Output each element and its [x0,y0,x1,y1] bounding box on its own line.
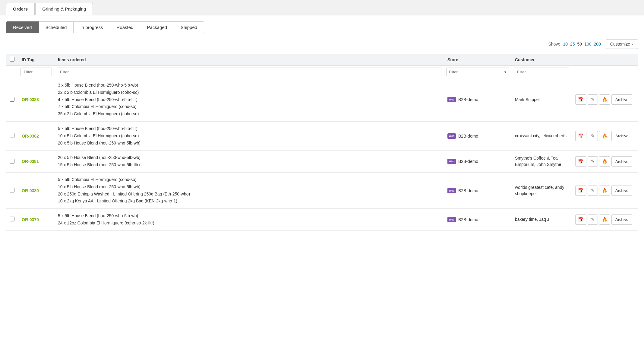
row-checkbox[interactable] [10,133,14,138]
toolbar: Show: 102550100200 Customize ▾ [6,39,638,49]
edit-icon: ✎ [591,159,595,164]
top-tabs-bar: OrdersGrinding & Packaging [0,0,644,15]
filter-tab-in-progress[interactable]: In progress [74,21,110,33]
row-store: WooB2B-demo [444,121,511,150]
order-id-link[interactable]: OR-0381 [22,159,39,164]
calendar-icon: 📅 [578,188,584,193]
calendar-button[interactable]: 📅 [575,131,586,141]
list-item: 20 x 250g Ethiopia Washed - Limited Offe… [58,191,440,198]
customer-name: Smythe's Coffee & Tea Emporium, John Smy… [515,155,568,168]
row-order-id: OR-0383 [18,78,54,121]
customer-name: croissant city, felicia roberts [515,133,568,139]
edit-button[interactable]: ✎ [588,94,598,105]
customer-filter-input[interactable] [514,68,569,76]
flame-icon: 🔥 [602,188,608,193]
filter-items-cell [54,66,444,78]
calendar-icon: 📅 [578,97,584,102]
filter-tab-packaged[interactable]: Packaged [140,21,174,33]
id-filter-input[interactable] [21,68,52,76]
order-id-link[interactable]: OR-0380 [22,188,39,193]
calendar-button[interactable]: 📅 [575,156,586,167]
filter-tab-scheduled[interactable]: Scheduled [39,21,74,33]
list-item: 5 x 5lb House Blend (hou-250-who-5lb-flt… [58,125,440,132]
store-cell: WooB2B-demo [447,133,508,139]
top-tab-grinding[interactable]: Grinding & Packaging [35,3,93,15]
edit-icon: ✎ [591,133,595,139]
show-option-25[interactable]: 25 [570,42,575,46]
actions-cell: 📅✎🔥Archive [575,156,634,167]
edit-button[interactable]: ✎ [588,131,598,141]
main-content: ReceivedScheduledIn progressRoastedPacka… [0,15,644,362]
calendar-button[interactable]: 📅 [575,94,586,105]
col-header-items: Items ordered [54,54,444,66]
top-tab-orders[interactable]: Orders [6,3,35,15]
items-list: 5 x 5lb House Blend (hou-250-who-5lb-wb)… [58,212,440,227]
store-filter-input[interactable] [447,68,502,76]
items-list: 3 x 5lb House Blend (hou-250-who-5lb-wb)… [58,82,440,118]
archive-button[interactable]: Archive [611,131,632,141]
table-row: OR-03833 x 5lb House Blend (hou-250-who-… [6,78,638,121]
customer-name: Mark Snippet [515,97,568,103]
list-item: 20 x 5lb House Blend (hou-250-who-5lb-wb… [58,140,440,147]
order-id-link[interactable]: OR-0382 [22,134,39,138]
flame-button[interactable]: 🔥 [599,131,610,141]
list-item: 24 x 12oz Colombia El Hormiguero (coho-s… [58,220,440,227]
show-option-50[interactable]: 50 [577,42,582,46]
store-cell: WooB2B-demo [447,97,508,102]
col-header-id: ID-Tag [18,54,54,66]
flame-button[interactable]: 🔥 [599,214,610,225]
actions-cell: 📅✎🔥Archive [575,94,634,105]
show-option-200[interactable]: 200 [594,42,601,46]
flame-button[interactable]: 🔥 [599,186,610,196]
list-item: 5 x 5lb House Blend (hou-250-who-5lb-wb) [58,212,440,220]
row-checkbox[interactable] [10,97,14,102]
edit-button[interactable]: ✎ [588,156,598,167]
store-name: B2B-demo [458,97,478,102]
row-checkbox[interactable] [10,217,14,221]
filter-tab-roasted[interactable]: Roasted [110,21,140,33]
archive-button[interactable]: Archive [611,186,632,196]
row-checkbox[interactable] [10,159,14,164]
archive-button[interactable]: Archive [611,94,632,105]
list-item: 20 x 5lb House Blend (hou-250-who-5lb-wb… [58,154,440,161]
calendar-button[interactable]: 📅 [575,186,586,196]
list-item: 5 x 5lb Colombia El Hormiguero (coho-so) [58,176,440,183]
items-filter-input[interactable] [57,68,441,76]
calendar-icon: 📅 [578,133,584,139]
order-id-link[interactable]: OR-0379 [22,217,39,222]
row-checkbox-cell [6,78,18,121]
row-customer: bakery time, Jaq J [511,209,572,231]
table-row: OR-03825 x 5lb House Blend (hou-250-who-… [6,121,638,150]
filter-tab-received[interactable]: Received [6,21,39,33]
show-option-10[interactable]: 10 [563,42,568,46]
row-actions: 📅✎🔥Archive [572,172,638,208]
select-all-checkbox[interactable] [10,57,14,62]
calendar-button[interactable]: 📅 [575,214,586,225]
store-name: B2B-demo [458,159,478,164]
edit-button[interactable]: ✎ [588,186,598,196]
woo-icon: Woo [447,97,456,102]
archive-button[interactable]: Archive [611,156,632,167]
edit-icon: ✎ [591,217,595,222]
store-name: B2B-demo [458,188,478,193]
items-list: 5 x 5lb Colombia El Hormiguero (coho-so)… [58,176,440,205]
woo-icon: Woo [447,188,456,193]
row-customer: Mark Snippet [511,78,572,121]
filter-tab-shipped[interactable]: Shipped [174,21,204,33]
archive-button[interactable]: Archive [611,214,632,225]
row-checkbox-cell [6,151,18,173]
flame-button[interactable]: 🔥 [599,156,610,167]
customize-button[interactable]: Customize ▾ [606,39,638,49]
row-store: WooB2B-demo [444,78,511,121]
table-header-row: ID-Tag Items ordered Store Customer [6,54,638,66]
show-option-100[interactable]: 100 [584,42,591,46]
list-item: 4 x 5lb House Blend (hou-250-who-5lb-flt… [58,96,440,103]
row-actions: 📅✎🔥Archive [572,121,638,150]
row-checkbox[interactable] [10,188,14,192]
flame-button[interactable]: 🔥 [599,94,610,105]
customize-label: Customize [610,42,630,46]
row-customer: worlds greatest cafe, andy shopkeeper [511,172,572,208]
order-id-link[interactable]: OR-0383 [22,97,39,102]
actions-cell: 📅✎🔥Archive [575,186,634,196]
edit-button[interactable]: ✎ [588,214,598,225]
